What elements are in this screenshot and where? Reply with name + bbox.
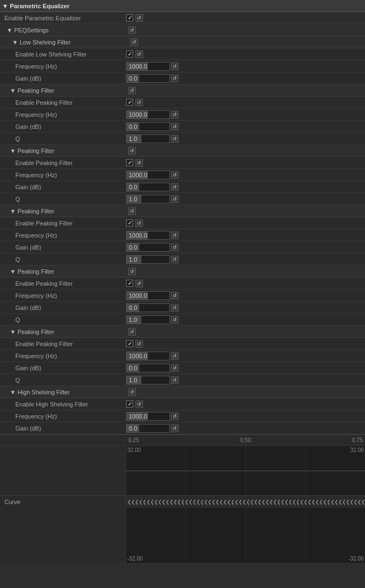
low-shelving-freq-reset[interactable]: ↺ <box>171 63 179 70</box>
peaking-3-q-row: Q 1.0 ↺ <box>0 253 365 265</box>
high-shelving-reset[interactable]: ↺ <box>128 388 136 396</box>
peaking-5-gain-row: Gain (dB) 0.0 ↺ <box>0 362 365 374</box>
peaking-2-gain-row: Gain (dB) 0.0 ↺ <box>0 181 365 193</box>
peaking-2-q-reset[interactable]: ↺ <box>171 195 179 203</box>
enable-peaking-4-reset[interactable]: ↺ <box>135 280 143 287</box>
peaking-1-gain-value[interactable]: 0.0 <box>126 122 170 131</box>
peaking-4-gain-value[interactable]: 0.0 <box>126 303 170 312</box>
peaking-3-q-reset[interactable]: ↺ <box>171 256 179 263</box>
curve-top-axis: 0.25 0.50 0.75 <box>0 434 365 445</box>
peaking-4-freq-reset[interactable]: ↺ <box>171 292 179 299</box>
peaking-2-freq-value[interactable]: 1000.0 <box>126 171 170 179</box>
peaking-3-gain-row: Gain (dB) 0.0 ↺ <box>0 241 365 253</box>
enable-peaking-3-reset[interactable]: ↺ <box>135 219 143 227</box>
peaking-1-collapse-icon[interactable]: ▼ <box>10 87 16 94</box>
enable-parametric-checkbox[interactable] <box>126 14 133 21</box>
peaking-5-label: Peaking Filter <box>18 329 54 335</box>
panel-title: Parametric Equalizer <box>10 3 70 9</box>
high-shelving-freq-reset[interactable]: ↺ <box>171 412 179 420</box>
peaking-1-q-value[interactable]: 1.0 <box>126 134 170 143</box>
peaking-3-reset[interactable]: ↺ <box>128 207 136 215</box>
peaking-4-reset[interactable]: ↺ <box>128 268 136 275</box>
low-shelving-freq-value[interactable]: 1000.0 <box>126 62 170 71</box>
enable-peaking-5-checkbox[interactable] <box>126 340 133 347</box>
low-shelving-gain-value[interactable]: 0.0 <box>126 74 170 83</box>
db-bottom-right-label: -32.00 <box>349 556 364 562</box>
enable-high-shelving-reset[interactable]: ↺ <box>135 400 143 408</box>
peaking-3-gain-value[interactable]: 0.0 <box>126 243 170 252</box>
low-shelving-gain-reset[interactable]: ↺ <box>171 75 179 82</box>
peaking-5-freq-row: Frequency (Hz) 1000.0 ↺ <box>0 350 365 362</box>
peaking-5-gain-reset[interactable]: ↺ <box>171 364 179 372</box>
peaking-4-gain-row: Gain (dB) 0.0 ↺ <box>0 302 365 314</box>
peaking-1-q-label: Q <box>15 135 20 142</box>
peaking-1-freq-value[interactable]: 1000.0 <box>126 110 170 119</box>
low-shelving-collapse-icon[interactable]: ▼ <box>12 39 18 46</box>
peaking-5-collapse-icon[interactable]: ▼ <box>10 329 16 335</box>
db-bottom-left-label: -32.00 <box>127 556 142 562</box>
peaking-2-freq-row: Frequency (Hz) 1000.0 ↺ <box>0 169 365 181</box>
peaking-5-gain-value[interactable]: 0.0 <box>126 364 170 372</box>
enable-peaking-2-checkbox[interactable] <box>126 159 133 166</box>
curve-value-row[interactable]: ❮❮❮❮❮❮❮❮❮❮❮❮❮❮❮❮❮❮❮❮❮❮❮❮❮❮❮❮❮❮❮❮❮❮❮❮❮❮❮❮… <box>126 496 365 508</box>
peaking-2-reset[interactable]: ↺ <box>128 147 136 155</box>
peaking-5-q-reset[interactable]: ↺ <box>171 376 179 384</box>
low-shelving-freq-label: Frequency (Hz) <box>15 63 57 70</box>
high-shelving-freq-value[interactable]: 1000.0 <box>126 412 170 421</box>
peaking-4-gain-reset[interactable]: ↺ <box>171 304 179 312</box>
peaking-5-q-value[interactable]: 1.0 <box>126 376 170 385</box>
enable-parametric-reset[interactable]: ↺ <box>135 14 143 22</box>
high-shelving-collapse-icon[interactable]: ▼ <box>10 389 16 395</box>
high-shelving-gain-value[interactable]: 0.0 <box>126 424 170 433</box>
peaking-4-q-value[interactable]: 1.0 <box>126 315 170 324</box>
enable-peaking-4-checkbox[interactable] <box>126 280 133 287</box>
high-shelving-gain-reset[interactable]: ↺ <box>171 425 179 432</box>
peq-settings-reset[interactable]: ↺ <box>128 26 136 34</box>
enable-low-shelving-checkbox[interactable] <box>126 50 133 58</box>
peaking-4-q-reset[interactable]: ↺ <box>171 316 179 324</box>
peaking-3-freq-label: Frequency (Hz) <box>15 232 57 239</box>
peaking-4-freq-value[interactable]: 1000.0 <box>126 291 170 300</box>
peaking-5-reset[interactable]: ↺ <box>128 328 136 336</box>
peaking-3-q-value[interactable]: 1.0 <box>126 255 170 264</box>
peaking-1-reset[interactable]: ↺ <box>128 87 136 94</box>
peaking-2-q-value[interactable]: 1.0 <box>126 195 170 203</box>
peaking-4-collapse-icon[interactable]: ▼ <box>10 268 16 275</box>
enable-peaking-5-reset[interactable]: ↺ <box>135 340 143 348</box>
peaking-2-freq-reset[interactable]: ↺ <box>171 171 179 179</box>
peaking-2-gain-value[interactable]: 0.0 <box>126 183 170 191</box>
peaking-3-gain-label: Gain (dB) <box>15 244 41 251</box>
peaking-filter-5-section: ▼ Peaking Filter ↺ <box>0 326 365 338</box>
peaking-4-label: Peaking Filter <box>18 268 54 275</box>
enable-peaking-1-checkbox[interactable] <box>126 99 133 106</box>
enable-low-shelving-reset[interactable]: ↺ <box>135 50 143 58</box>
enable-high-shelving-checkbox[interactable] <box>126 400 133 408</box>
peaking-1-gain-reset[interactable]: ↺ <box>171 123 179 131</box>
peaking-3-collapse-icon[interactable]: ▼ <box>10 208 16 214</box>
peq-collapse-icon[interactable]: ▼ <box>7 27 13 33</box>
peaking-1-label: Peaking Filter <box>18 87 54 94</box>
peaking-1-q-row: Q 1.0 ↺ <box>0 133 365 145</box>
peaking-5-freq-reset[interactable]: ↺ <box>171 352 179 360</box>
peaking-4-q-row: Q 1.0 ↺ <box>0 314 365 326</box>
enable-peaking-3-checkbox[interactable] <box>126 219 133 227</box>
curve-chart-inner: 32.00 32.00 <box>126 446 365 495</box>
peaking-1-freq-label: Frequency (Hz) <box>15 111 57 118</box>
peaking-2-gain-reset[interactable]: ↺ <box>171 183 179 191</box>
peaking-3-freq-value[interactable]: 1000.0 <box>126 231 170 240</box>
peaking-1-q-reset[interactable]: ↺ <box>171 135 179 143</box>
peaking-3-q-label: Q <box>15 256 20 263</box>
peaking-3-freq-reset[interactable]: ↺ <box>171 231 179 239</box>
collapse-icon[interactable]: ▼ <box>2 3 8 9</box>
peaking-2-q-row: Q 1.0 ↺ <box>0 193 365 205</box>
peaking-5-freq-value[interactable]: 1000.0 <box>126 352 170 360</box>
peaking-3-label: Peaking Filter <box>18 208 54 214</box>
enable-peaking-2-reset[interactable]: ↺ <box>135 159 143 167</box>
peaking-3-gain-reset[interactable]: ↺ <box>171 244 179 251</box>
bottom-chart-inner: -32.00 -32.00 <box>126 508 365 563</box>
low-shelving-reset[interactable]: ↺ <box>130 38 138 46</box>
peaking-1-freq-reset[interactable]: ↺ <box>171 111 179 118</box>
low-shelving-freq-row: Frequency (Hz) 1000.0 ↺ <box>0 60 365 72</box>
peaking-2-collapse-icon[interactable]: ▼ <box>10 148 16 154</box>
enable-peaking-1-reset[interactable]: ↺ <box>135 99 143 106</box>
